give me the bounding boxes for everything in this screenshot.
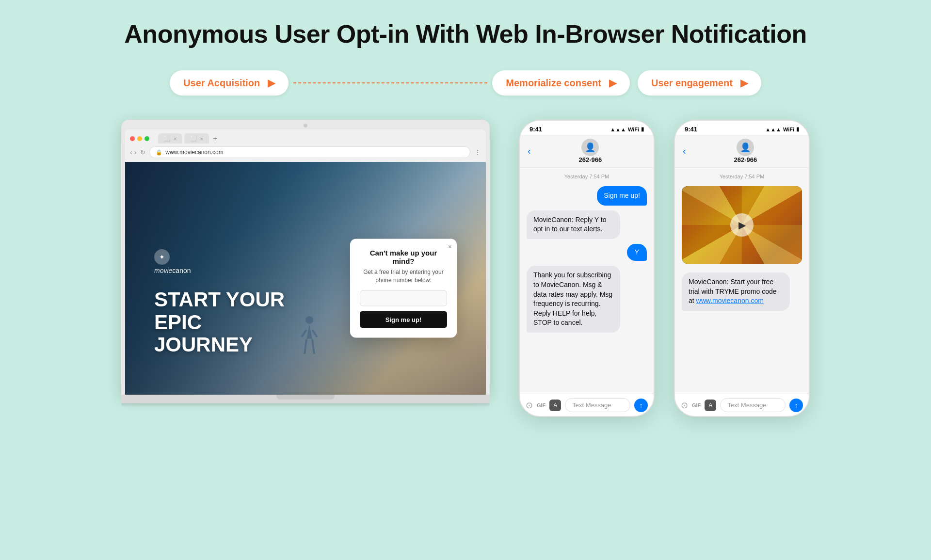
promo-image: ▶ xyxy=(682,186,802,264)
step-label: Memorialize consent xyxy=(506,78,601,89)
phone2-mockup: 9:41 ▲▲▲ WiFi ▮ ‹ 👤 262-966 xyxy=(674,120,810,417)
phone2-status-icons: ▲▲▲ WiFi ▮ xyxy=(765,126,799,132)
new-tab-button[interactable]: + xyxy=(213,134,217,143)
send-button[interactable]: ↑ xyxy=(789,399,803,412)
logo-text: moviecanon xyxy=(154,267,191,274)
phone1-time: 9:41 xyxy=(530,126,542,133)
step-user-acquisition[interactable]: User Acquisition ▶ xyxy=(170,70,289,96)
browser-tabs: ⬜ × ⬜ × + xyxy=(158,133,481,144)
minimize-button-dot[interactable] xyxy=(137,136,142,141)
phone1-screen: ‹ 👤 262-966 Yesterday 7:54 PM Sign me up… xyxy=(520,135,654,416)
sign-up-button[interactable]: Sign me up! xyxy=(360,311,447,328)
laptop-mockup: ⬜ × ⬜ × + ‹ › xyxy=(121,120,490,407)
content-area: ⬜ × ⬜ × + ‹ › xyxy=(29,120,902,417)
more-options-icon[interactable]: ⋮ xyxy=(474,148,481,156)
phone1-status-icons: ▲▲▲ WiFi ▮ xyxy=(610,126,644,132)
tab-close-icon[interactable]: × xyxy=(174,136,177,142)
back-arrow-icon[interactable]: ‹ xyxy=(528,145,531,157)
phone1-messages-body: Yesterday 7:54 PM Sign me up! MovieCanon… xyxy=(520,168,654,394)
contact-header: 👤 262-966 xyxy=(690,139,801,163)
maximize-button-dot[interactable] xyxy=(144,136,149,141)
camera-icon[interactable]: ⊙ xyxy=(681,400,688,411)
laptop-camera xyxy=(304,124,307,128)
phone2-notch-bar: 9:41 ▲▲▲ WiFi ▮ xyxy=(675,121,809,135)
app-icon[interactable]: A xyxy=(705,400,716,411)
tab-close-icon[interactable]: × xyxy=(200,136,203,142)
tab-favicon: ⬜ xyxy=(190,135,197,142)
website-logo: ✦ moviecanon xyxy=(154,249,191,274)
laptop-shadow xyxy=(121,403,490,407)
back-arrow-icon[interactable]: ‹ xyxy=(130,148,132,156)
step-arrow: ▶ xyxy=(740,77,748,89)
message-timestamp: Yesterday 7:54 PM xyxy=(527,174,647,179)
message-received-2: Thank you for subscribing to MovieCanon.… xyxy=(527,266,620,333)
phone1-messages-header: ‹ 👤 262-966 xyxy=(520,135,654,168)
modal-close-button[interactable]: × xyxy=(448,243,452,251)
close-button-dot[interactable] xyxy=(130,136,135,141)
send-button[interactable]: ↑ xyxy=(634,399,648,412)
laptop-outer: ⬜ × ⬜ × + ‹ › xyxy=(121,120,490,395)
signal-icon: ▲▲▲ xyxy=(610,127,626,132)
browser-chrome: ⬜ × ⬜ × + ‹ › xyxy=(125,129,486,162)
camera-icon[interactable]: ⊙ xyxy=(526,400,533,411)
lock-icon: 🔒 xyxy=(156,149,162,156)
gif-icon[interactable]: GIF xyxy=(537,402,546,408)
step-memorialize-consent[interactable]: Memorialize consent ▶ xyxy=(492,70,630,96)
app-icon[interactable]: A xyxy=(549,400,561,411)
laptop-notch xyxy=(276,395,335,400)
phone1-input-bar: ⊙ GIF A Text Message ↑ xyxy=(520,394,654,416)
step-label: User Acquisition xyxy=(183,78,260,89)
phone2-input-bar: ⊙ GIF A Text Message ↑ xyxy=(675,394,809,416)
gif-icon[interactable]: GIF xyxy=(692,402,701,408)
svg-point-0 xyxy=(305,316,313,324)
browser-tab-1[interactable]: ⬜ × xyxy=(158,133,182,144)
address-bar[interactable]: 🔒 www.moviecanon.com xyxy=(149,146,470,158)
message-received-promo: MovieCanon: Start your free trial with T… xyxy=(682,272,790,311)
phone2-screen: ‹ 👤 262-966 Yesterday 7:54 PM xyxy=(675,135,809,416)
flow-steps: User Acquisition ▶ Memorialize consent ▶… xyxy=(29,70,902,96)
phone2-messages-body: Yesterday 7:54 PM ▶ Mo xyxy=(675,168,809,394)
laptop-base xyxy=(121,395,490,403)
wifi-icon: WiFi xyxy=(783,127,794,132)
phone2-time: 9:41 xyxy=(685,126,697,133)
media-message: ▶ xyxy=(682,186,802,268)
text-message-input[interactable]: Text Message xyxy=(565,398,630,412)
step-user-engagement[interactable]: User engagement ▶ xyxy=(638,70,761,96)
browser-nav: ‹ › ↻ 🔒 www.moviecanon.com ⋮ xyxy=(130,146,481,158)
promo-link[interactable]: www.moviecanon.com xyxy=(696,297,764,304)
website-headline: START YOUREPICJOURNEY xyxy=(154,288,285,356)
browser-top-bar: ⬜ × ⬜ × + xyxy=(130,133,481,144)
flow-connector-1 xyxy=(293,82,487,83)
modal-subtitle: Get a free trial by entering your phone … xyxy=(360,268,447,285)
forward-arrow-icon[interactable]: › xyxy=(134,148,137,156)
url-text: www.moviecanon.com xyxy=(165,149,223,156)
traffic-lights xyxy=(130,136,149,141)
logo-icon: ✦ xyxy=(154,249,170,265)
page-title: Anonymous User Opt-in With Web In-Browse… xyxy=(124,19,806,48)
website-background: ✦ moviecanon START YOUREPICJOURNEY xyxy=(125,162,486,395)
browser-tab-2[interactable]: ⬜ × xyxy=(184,133,209,144)
modal-title: Can't make up your mind? xyxy=(360,249,447,265)
nav-arrows: ‹ › xyxy=(130,148,136,156)
message-sent-2: Y xyxy=(627,244,647,261)
phone-number-input[interactable] xyxy=(360,290,447,306)
contact-number: 262-966 xyxy=(578,156,602,163)
phone1-notch-bar: 9:41 ▲▲▲ WiFi ▮ xyxy=(520,121,654,135)
wifi-icon: WiFi xyxy=(628,127,639,132)
person-silhouette xyxy=(300,315,319,356)
reload-icon[interactable]: ↻ xyxy=(140,149,145,156)
modal-popup: × Can't make up your mind? Get a free tr… xyxy=(350,239,457,338)
tab-favicon: ⬜ xyxy=(164,135,171,142)
play-button[interactable]: ▶ xyxy=(730,213,754,237)
step-arrow: ▶ xyxy=(268,77,275,89)
contact-number: 262-966 xyxy=(734,156,757,163)
signal-icon: ▲▲▲ xyxy=(765,127,781,132)
battery-icon: ▮ xyxy=(641,126,644,132)
message-sent-1: Sign me up! xyxy=(597,186,647,206)
phone1-mockup: 9:41 ▲▲▲ WiFi ▮ ‹ 👤 262-966 xyxy=(519,120,655,417)
message-received-1: MovieCanon: Reply Y to opt in to our tex… xyxy=(527,210,620,239)
phones-container: 9:41 ▲▲▲ WiFi ▮ ‹ 👤 262-966 xyxy=(519,120,810,417)
back-arrow-icon[interactable]: ‹ xyxy=(683,145,686,157)
step-arrow: ▶ xyxy=(609,77,616,89)
text-message-input[interactable]: Text Message xyxy=(720,398,786,412)
